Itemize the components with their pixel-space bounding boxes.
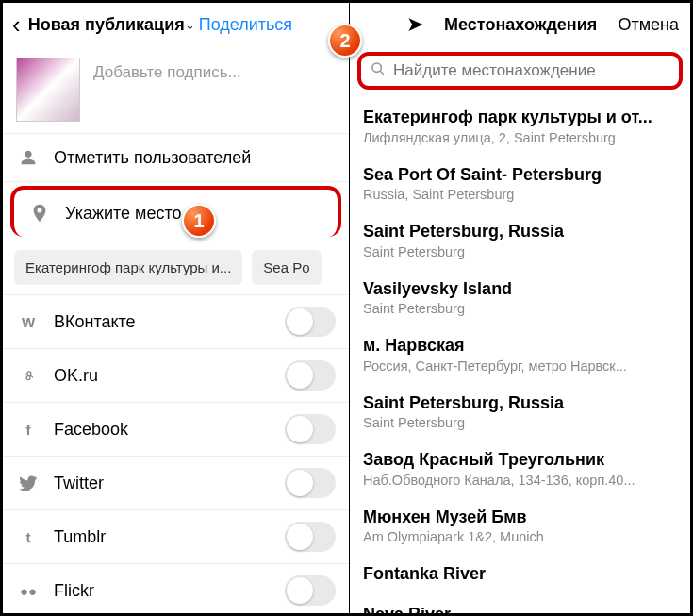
location-sub: Am Olympiapark 1&2, Munich <box>363 529 677 544</box>
social-list: WВКонтакте ୫OK.ru fFacebook Twitter tTum… <box>3 295 349 613</box>
social-row-vk: WВКонтакте <box>3 295 349 349</box>
location-sub: Наб.Обводного Канала, 134-136, корп.40..… <box>363 473 677 488</box>
social-label: ВКонтакте <box>54 312 136 332</box>
location-name: Neva River <box>363 604 677 614</box>
location-list: Екатерингоф парк культуры и от...Лифлянд… <box>350 97 690 613</box>
toggle-fb[interactable] <box>285 414 336 444</box>
location-sub: Saint Petersburg <box>363 244 677 259</box>
dropdown-icon[interactable]: ⌄ <box>185 18 195 32</box>
search-wrap <box>357 52 683 90</box>
ok-icon: ୫ <box>16 363 41 388</box>
location-item[interactable]: Sea Port Of Saint- PetersburgRussia, Sai… <box>350 155 690 212</box>
location-item[interactable]: Екатерингоф парк культуры и от...Лифлянд… <box>350 97 690 155</box>
location-name: м. Нарвская <box>363 335 677 357</box>
location-name: Saint Petersburg, Russia <box>363 392 677 414</box>
location-name: Завод Красный Треугольник <box>363 449 677 471</box>
location-item[interactable]: Завод Красный ТреугольникНаб.Обводного К… <box>350 440 690 497</box>
social-label: Facebook <box>54 420 128 440</box>
share-button[interactable]: Поделиться <box>199 15 292 35</box>
new-post-panel: ‹ Новая публикация ⌄ Поделиться Добавьте… <box>3 3 350 613</box>
suggestion-pill[interactable]: Екатерингоф парк культуры и... <box>14 250 242 285</box>
location-name: Мюнхен Музей Бмв <box>363 507 677 528</box>
tag-users-row[interactable]: Отметить пользователей <box>3 134 349 182</box>
location-arrow-icon[interactable]: ➤ <box>406 12 423 37</box>
location-name: Fontanka River <box>363 563 677 585</box>
tag-users-label: Отметить пользователей <box>54 148 251 168</box>
person-icon <box>16 145 41 170</box>
location-name: Saint Petersburg, Russia <box>363 221 677 242</box>
tumblr-icon: t <box>16 524 41 549</box>
location-sub: Russia, Saint Petersburg <box>363 187 677 202</box>
location-suggestions: Екатерингоф парк культуры и... Sea Po <box>3 241 349 295</box>
social-row-tb: tTumblr <box>3 510 349 564</box>
page-title: Новая публикация <box>28 15 185 35</box>
twitter-icon <box>16 471 41 495</box>
social-row-fb: fFacebook <box>3 403 349 457</box>
location-sub: Лифляндская улица, 2, Saint Petersburg <box>363 130 677 145</box>
facebook-icon: f <box>16 417 41 441</box>
social-label: Tumblr <box>54 527 106 547</box>
suggestion-pill[interactable]: Sea Po <box>252 250 321 285</box>
callout-2: 2 <box>328 24 362 58</box>
location-item[interactable]: Мюнхен Музей БмвAm Olympiapark 1&2, Muni… <box>350 497 690 555</box>
location-item[interactable]: м. НарвскаяРоссия, Санкт-Петербург, метр… <box>350 325 690 383</box>
location-sub: Россия, Санкт-Петербург, метро Нарвск... <box>363 358 677 374</box>
callout-1: 1 <box>182 204 216 238</box>
search-input[interactable] <box>393 61 669 80</box>
social-label: Flickr <box>54 581 94 601</box>
post-thumbnail[interactable] <box>16 58 80 122</box>
add-location-row[interactable]: Укажите место <box>10 186 341 237</box>
caption-placeholder[interactable]: Добавьте подпись... <box>93 63 241 82</box>
location-name: Sea Port Of Saint- Petersburg <box>363 164 677 186</box>
location-item[interactable]: Saint Petersburg, RussiaSaint Petersburg <box>350 211 690 269</box>
location-name: Vasilyevsky Island <box>363 278 677 300</box>
social-row-fl: ●●Flickr <box>3 564 349 613</box>
social-label: OK.ru <box>54 366 98 386</box>
location-item[interactable]: Saint Petersburg, RussiaSaint Petersburg <box>350 383 690 441</box>
locations-panel: ➤ Местонахождения Отмена Екатерингоф пар… <box>350 3 690 613</box>
flickr-icon: ●● <box>16 578 41 603</box>
caption-row[interactable]: Добавьте подпись... <box>3 46 349 134</box>
toggle-fl[interactable] <box>285 575 336 606</box>
locations-title: Местонахождения <box>444 15 597 35</box>
social-row-ok: ୫OK.ru <box>3 349 349 403</box>
left-header: ‹ Новая публикация ⌄ Поделиться <box>3 3 349 46</box>
right-header: ➤ Местонахождения Отмена <box>350 3 690 46</box>
location-item[interactable]: Vasilyevsky IslandSaint Petersburg <box>350 269 690 326</box>
back-icon[interactable]: ‹ <box>12 10 21 40</box>
location-name: Екатерингоф парк культуры и от... <box>363 107 677 128</box>
location-item[interactable]: Neva River <box>350 594 690 614</box>
svg-line-1 <box>380 71 384 75</box>
pin-icon <box>27 201 52 225</box>
search-icon <box>371 61 386 81</box>
vk-icon: W <box>16 309 41 334</box>
toggle-tb[interactable] <box>285 522 336 552</box>
svg-point-0 <box>372 63 381 72</box>
toggle-vk[interactable] <box>285 307 336 337</box>
toggle-tw[interactable] <box>285 468 336 498</box>
toggle-ok[interactable] <box>285 360 336 391</box>
location-sub: Saint Petersburg <box>363 301 677 316</box>
location-item[interactable]: Fontanka River <box>350 554 690 594</box>
cancel-button[interactable]: Отмена <box>618 15 679 35</box>
social-label: Twitter <box>54 474 104 493</box>
search-bar[interactable] <box>357 52 683 90</box>
add-location-label: Укажите место <box>65 204 182 224</box>
social-row-tw: Twitter <box>3 457 349 510</box>
location-sub: Saint Petersburg <box>363 415 677 430</box>
